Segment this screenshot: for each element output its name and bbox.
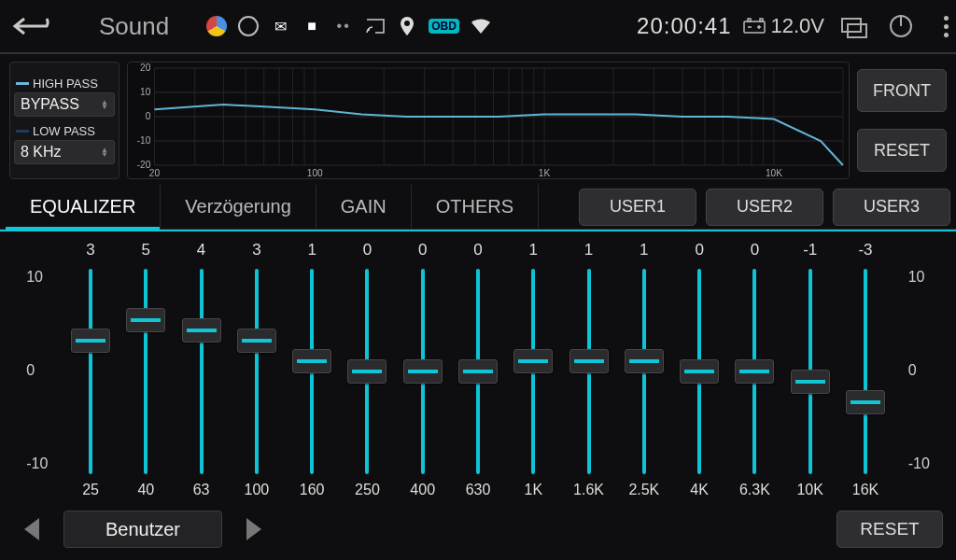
eq-slider-knob[interactable]: [791, 370, 830, 394]
eq-slider-knob[interactable]: [735, 359, 774, 384]
eq-band-6.3K: 06.3K: [727, 241, 782, 502]
eq-band-value: 0: [751, 241, 759, 263]
eq-band-250: 0250: [340, 241, 395, 502]
eq-slider-knob[interactable]: [237, 329, 276, 353]
tab-gain[interactable]: GAIN: [316, 185, 412, 229]
mail-icon: ✉: [270, 16, 290, 36]
tab-verzögerung[interactable]: Verzögerung: [161, 185, 316, 229]
svg-text:1K: 1K: [539, 168, 551, 178]
tab-others[interactable]: OTHERS: [412, 185, 539, 229]
eq-band-freq: 25: [82, 482, 99, 502]
tab-equalizer[interactable]: EQUALIZER: [6, 185, 161, 229]
eq-band-160: 1160: [285, 241, 340, 502]
eq-slider[interactable]: [144, 269, 148, 474]
power-icon[interactable]: [890, 15, 912, 37]
preset-next-button[interactable]: [237, 512, 273, 546]
eq-slider[interactable]: [531, 269, 535, 474]
eq-band-freq: 250: [355, 482, 380, 502]
eq-band-freq: 16K: [852, 482, 879, 502]
eq-band-value: 1: [584, 241, 593, 263]
obd-badge: OBD: [429, 19, 459, 34]
eq-slider[interactable]: [697, 269, 701, 474]
eq-band-16K: -316K: [837, 241, 893, 502]
response-curve: 20100-10-20201001K10K: [127, 62, 850, 179]
preset-user1-button[interactable]: USER1: [579, 189, 696, 226]
eq-slider-knob[interactable]: [569, 349, 609, 373]
voltage-text: 12.0V: [771, 14, 825, 38]
eq-slider-knob[interactable]: [347, 359, 387, 384]
eq-band-value: 0: [695, 241, 703, 263]
svg-text:-10: -10: [137, 135, 151, 146]
eq-band-2.5K: 12.5K: [616, 241, 671, 502]
low-pass-selector[interactable]: 8 KHz ▲▼: [14, 140, 115, 164]
eq-slider[interactable]: [255, 269, 259, 474]
low-pass-label: LOW PASS: [14, 124, 115, 138]
preset-prev-button[interactable]: [13, 512, 49, 546]
spin-arrows-icon: ▲▼: [101, 147, 108, 157]
eq-slider[interactable]: [864, 269, 867, 474]
eq-slider-knob[interactable]: [292, 349, 331, 373]
svg-text:20: 20: [149, 168, 161, 178]
eq-slider[interactable]: [365, 269, 369, 474]
eq-band-freq: 4K: [690, 482, 709, 502]
dots-icon: ••: [333, 16, 354, 36]
svg-point-0: [404, 21, 410, 26]
eq-slider-knob[interactable]: [625, 349, 664, 373]
svg-text:100: 100: [307, 168, 323, 178]
high-pass-selector[interactable]: BYPASS ▲▼: [14, 92, 115, 117]
eq-slider-knob[interactable]: [182, 318, 221, 343]
eq-slider-knob[interactable]: [126, 308, 165, 332]
back-button[interactable]: [7, 10, 54, 42]
eq-band-value: 5: [142, 241, 150, 263]
camera-icon: ■: [302, 16, 322, 36]
eq-slider-knob[interactable]: [513, 349, 553, 373]
wifi-icon: [471, 16, 491, 36]
eq-slider[interactable]: [200, 269, 204, 474]
eq-slider[interactable]: [310, 269, 314, 474]
preset-user2-button[interactable]: USER2: [706, 189, 823, 226]
eq-slider[interactable]: [421, 269, 425, 474]
eq-band-freq: 100: [245, 482, 270, 502]
eq-band-25: 325: [63, 241, 118, 502]
recent-apps-icon[interactable]: [841, 18, 865, 35]
eq-band-value: 0: [363, 241, 372, 263]
reset-filter-button[interactable]: RESET: [857, 129, 947, 172]
eq-slider[interactable]: [587, 269, 591, 474]
eq-slider-knob[interactable]: [846, 390, 885, 414]
overflow-menu-icon[interactable]: [944, 16, 949, 37]
eq-slider-knob[interactable]: [403, 359, 443, 384]
reset-eq-button[interactable]: RESET: [836, 511, 943, 548]
eq-band-10K: -110K: [782, 241, 837, 502]
eq-slider-knob[interactable]: [680, 359, 719, 384]
eq-band-freq: 400: [410, 482, 435, 502]
eq-band-100: 3100: [229, 241, 284, 502]
eq-band-freq: 2.5K: [628, 482, 659, 502]
clock: 20:00:41: [637, 13, 731, 39]
status-icons: ✉ ■ •• OBD: [206, 16, 491, 36]
spin-arrows-icon: ▲▼: [101, 100, 108, 109]
svg-rect-1: [744, 21, 765, 33]
front-button[interactable]: FRONT: [857, 69, 947, 112]
eq-slider[interactable]: [808, 269, 812, 474]
eq-scale-left: 100-10: [11, 241, 63, 502]
svg-text:10: 10: [140, 87, 151, 97]
eq-slider[interactable]: [89, 269, 92, 474]
eq-slider[interactable]: [752, 269, 756, 474]
eq-band-63: 463: [174, 241, 229, 502]
svg-text:10K: 10K: [766, 168, 782, 178]
high-pass-label: HIGH PASS: [14, 77, 115, 91]
eq-band-value: 1: [529, 241, 538, 263]
page-title: Sound: [99, 12, 169, 41]
preset-user3-button[interactable]: USER3: [833, 189, 950, 226]
drive-icon: [206, 16, 227, 36]
eq-band-40: 540: [119, 241, 174, 502]
eq-band-630: 0630: [450, 241, 505, 502]
eq-slider[interactable]: [642, 269, 646, 474]
filter-panel: HIGH PASS BYPASS ▲▼ LOW PASS 8 KHz ▲▼: [9, 62, 120, 179]
eq-slider[interactable]: [476, 269, 480, 474]
eq-slider-knob[interactable]: [71, 329, 110, 353]
eq-slider-knob[interactable]: [458, 359, 498, 384]
svg-rect-3: [760, 19, 763, 21]
eq-band-value: 3: [86, 241, 94, 263]
preset-name[interactable]: Benutzer: [63, 511, 222, 548]
